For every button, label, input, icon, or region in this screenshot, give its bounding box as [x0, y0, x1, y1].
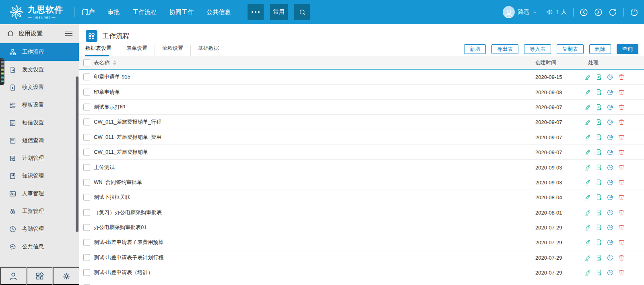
sidebar-item[interactable]: 发文设置 — [0, 61, 79, 78]
table-row[interactable]: 上传测试 2020-09-03 — [79, 160, 644, 175]
sidebar-item[interactable]: 工资管理 — [0, 202, 79, 220]
nav-item[interactable]: 门户 — [75, 0, 101, 24]
row-checkbox[interactable] — [83, 254, 90, 261]
sidebar-item[interactable]: 收文设置 — [0, 78, 79, 96]
row-checkbox[interactable] — [83, 134, 90, 140]
copy-form-button[interactable] — [595, 118, 603, 126]
edit-button[interactable] — [584, 179, 591, 186]
row-checkbox[interactable] — [83, 103, 90, 110]
row-checkbox[interactable] — [83, 194, 90, 201]
copy-form-button[interactable] — [595, 194, 603, 201]
sidebar-item[interactable]: 短信设置 — [0, 114, 79, 132]
row-checkbox[interactable] — [83, 149, 90, 156]
row-checkbox[interactable] — [83, 239, 90, 246]
copy-form-button[interactable] — [595, 149, 603, 156]
statistics-button[interactable] — [607, 179, 614, 186]
tab[interactable]: 数据表设置 — [85, 45, 119, 56]
row-checkbox[interactable] — [83, 224, 90, 231]
delete-button[interactable] — [618, 179, 625, 186]
table-row[interactable]: 办公电脑采购审批表01 2020-07-29 — [79, 220, 644, 235]
statistics-button[interactable] — [607, 89, 614, 96]
copy-form-button[interactable] — [595, 164, 603, 171]
copy-form-button[interactable] — [595, 179, 603, 186]
statistics-button[interactable] — [607, 209, 614, 216]
back-button[interactable] — [579, 8, 588, 17]
edit-button[interactable] — [584, 254, 591, 261]
nav-item[interactable]: 协同工作 — [163, 0, 200, 24]
delete-button[interactable] — [618, 103, 625, 111]
sidebar-item[interactable]: 公共信息 — [0, 238, 79, 256]
action-button[interactable]: 导出表 — [491, 44, 518, 54]
app-logo[interactable]: 九思软件 — jiusi.net — — [0, 4, 74, 20]
delete-button[interactable] — [618, 224, 625, 231]
nav-item[interactable]: 公共信息 — [200, 0, 237, 24]
table-row[interactable]: WN_合同签约审批单 2020-09-03 — [79, 175, 644, 190]
delete-button[interactable] — [618, 194, 625, 201]
collapse-sidebar-button[interactable] — [64, 29, 73, 38]
sidebar-item[interactable]: 考勤管理 — [0, 220, 79, 238]
table-row[interactable]: 测试下拉框关联 2020-08-04 — [79, 190, 644, 205]
statistics-button[interactable] — [607, 254, 614, 261]
row-checkbox[interactable] — [83, 209, 90, 216]
edit-button[interactable] — [584, 118, 591, 126]
sidebar-item[interactable]: 短信查询 — [0, 132, 79, 149]
nav-item[interactable]: 审批 — [101, 0, 126, 24]
statistics-button[interactable] — [607, 269, 614, 276]
statistics-button[interactable] — [607, 224, 614, 231]
apps-button[interactable] — [27, 267, 53, 285]
table-row[interactable]: 印章申请单 2020-09-08 — [79, 85, 644, 99]
statistics-button[interactable] — [607, 103, 614, 111]
delete-button[interactable] — [618, 134, 625, 141]
table-row[interactable]: CW_011_差旅费报销单_行程 2020-09-07 — [79, 115, 644, 130]
row-checkbox[interactable] — [83, 179, 90, 186]
copy-form-button[interactable] — [595, 239, 603, 246]
action-button[interactable]: 删除 — [589, 44, 611, 54]
sidebar-item[interactable]: 计划管理 — [0, 149, 79, 167]
table-row[interactable]: 测试-出差申请表子表费用预算 2020-07-29 — [79, 235, 644, 250]
settings-button[interactable] — [53, 267, 79, 285]
row-checkbox[interactable] — [83, 119, 90, 126]
select-all-checkbox[interactable] — [83, 59, 90, 66]
refresh-button[interactable] — [608, 8, 617, 17]
table-row[interactable]: 测试-出差申请表子表计划行程 2020-07-29 — [79, 250, 644, 265]
statistics-button[interactable] — [607, 118, 614, 126]
forward-button[interactable] — [594, 8, 603, 17]
table-row[interactable]: 固定资产申请表 2020-07-29 — [79, 280, 644, 285]
action-button[interactable]: 导入表 — [524, 44, 551, 54]
delete-button[interactable] — [618, 209, 625, 216]
tab[interactable]: 表单设置 — [119, 45, 155, 56]
statistics-button[interactable] — [607, 134, 614, 141]
statistics-button[interactable] — [607, 239, 614, 246]
row-checkbox[interactable] — [83, 164, 90, 171]
edit-button[interactable] — [584, 239, 591, 246]
edit-button[interactable] — [584, 194, 591, 201]
tab[interactable]: 流程设置 — [155, 45, 190, 56]
row-checkbox[interactable] — [83, 89, 90, 95]
sidebar-item[interactable]: 模板设置 — [0, 96, 79, 114]
copy-form-button[interactable] — [595, 134, 603, 141]
action-button[interactable]: 新增 — [464, 44, 486, 54]
sidebar-item[interactable]: 知识管理 — [0, 167, 79, 185]
sort-control[interactable] — [113, 60, 116, 65]
delete-button[interactable] — [618, 254, 625, 261]
copy-form-button[interactable] — [595, 73, 603, 81]
copy-form-button[interactable] — [595, 209, 603, 216]
table-row[interactable]: （复习）办公电脑采购审批表 2020-08-01 — [79, 205, 644, 220]
delete-button[interactable] — [618, 239, 625, 246]
copy-form-button[interactable] — [595, 224, 603, 231]
online-users[interactable]: 1 人 — [546, 8, 567, 16]
sidebar-item[interactable]: 工作流程 — [0, 43, 79, 61]
delete-button[interactable] — [618, 73, 625, 81]
sidebar-item[interactable]: 人事管理 — [0, 185, 79, 202]
query-button[interactable]: 查询 — [617, 44, 638, 54]
statistics-button[interactable] — [607, 194, 614, 201]
statistics-button[interactable] — [607, 164, 614, 171]
edit-button[interactable] — [584, 269, 591, 276]
profile-button[interactable] — [0, 267, 27, 285]
nav-item[interactable]: 工作流程 — [126, 0, 163, 24]
favorites-button[interactable]: 常用 — [270, 4, 288, 20]
delete-button[interactable] — [618, 89, 625, 96]
table-row[interactable]: CW_011_差旅费报销单_费用 2020-09-07 — [79, 130, 644, 145]
copy-form-button[interactable] — [595, 103, 603, 111]
more-menu-button[interactable] — [248, 4, 264, 20]
